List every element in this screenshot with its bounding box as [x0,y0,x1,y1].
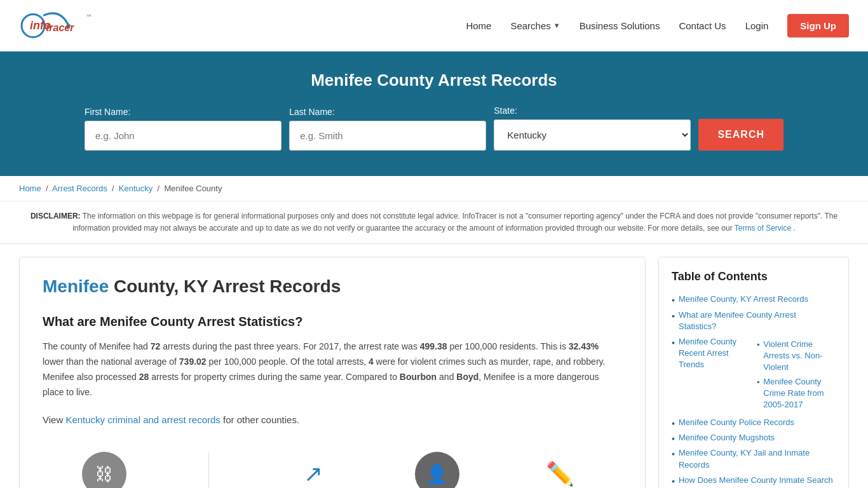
last-name-input[interactable] [289,121,486,151]
svg-text:™: ™ [86,13,92,20]
main-content: Menifee County, KY Arrest Records What a… [0,244,868,488]
breadcrumb-sep1: / [43,184,52,193]
breadcrumb-sep2: / [109,184,118,193]
disclaimer-label: DISCLAIMER: [31,212,81,220]
national-avg: 739.02 [179,356,207,367]
toc-link-6[interactable]: How Does Menifee County Inmate Search Wo… [679,475,836,488]
nav-business-solutions[interactable]: Business Solutions [580,20,660,31]
toc-item-1: What are Menifee County Arrest Statistic… [672,309,836,332]
search-button[interactable]: SEARCH [698,119,783,151]
breadcrumb-arrest-records[interactable]: Arrest Records [52,184,107,193]
property-count: 28 [139,372,149,382]
breadcrumb-home[interactable]: Home [19,184,41,193]
nav-searches[interactable]: Searches [510,20,550,31]
searches-chevron-icon: ▼ [553,22,560,29]
article-h2: What are Menifee County Arrest Statistic… [43,315,622,329]
toc-sub-link-2-1[interactable]: Menifee County Crime Rate from 2005-2017 [763,376,836,411]
toc-link-5[interactable]: Menifee County, KY Jail and Inmate Recor… [679,447,836,470]
toc-link-3[interactable]: Menifee County Police Records [679,417,794,428]
hero-title: Menifee County Arrest Records [25,71,843,90]
toc-link-0[interactable]: Menifee County, KY Arrest Records [679,294,808,305]
person-icon: 👤 [415,452,459,488]
sidebar-toc: Table of Contents Menifee County, KY Arr… [658,257,849,488]
icons-row: ⛓ ↗ 👤 ✏️ [43,439,622,488]
view-link-paragraph: View Kentucky criminal and arrest record… [43,412,622,428]
icon-person: 👤 [412,452,463,488]
logo-area: info tracer ™ [19,6,102,44]
toc-item-0: Menifee County, KY Arrest Records [672,294,836,305]
icon-handcuffs: ⛓ [79,452,130,488]
pencil-icon: ✏️ [538,452,583,488]
view-suffix: for other counties. [220,414,299,425]
divider1 [208,452,209,488]
disclaimer-text: The information on this webpage is for g… [72,212,837,233]
state-label: State: [494,105,517,116]
first-name-input[interactable] [85,121,281,151]
signup-button[interactable]: Sign Up [787,14,849,37]
state-group: State: Kentucky Alabama Alaska Arizona C… [494,105,691,151]
breadcrumb-sep3: / [155,184,164,193]
article-title-rest: County, KY Arrest Records [109,276,341,296]
article: Menifee County, KY Arrest Records What a… [19,257,646,488]
disclaimer-end: . [794,224,796,233]
arrests-count: 72 [151,341,161,351]
arrow-up-icon: ↗ [291,452,336,488]
toc-item-5: Menifee County, KY Jail and Inmate Recor… [672,447,836,470]
breadcrumb: Home / Arrest Records / Kentucky / Menif… [0,176,868,201]
site-header: info tracer ™ Home Searches ▼ Business S… [0,0,868,51]
toc-link-2[interactable]: Menifee County Recent Arrest Trends [679,336,743,371]
article-title: Menifee County, KY Arrest Records [43,276,622,297]
terms-of-service-link[interactable]: Terms of Service [735,224,791,233]
icon-pencil: ✏️ [535,452,586,488]
hero-section: Menifee County Arrest Records First Name… [0,51,868,176]
nav-login[interactable]: Login [745,20,769,31]
toc-sublist-2: Violent Crime Arrests vs. Non-Violent Me… [757,339,836,413]
svg-text:tracer: tracer [46,22,74,33]
nav-contact-us[interactable]: Contact Us [679,20,726,31]
article-title-highlight: Menifee [43,276,109,296]
toc-title: Table of Contents [672,270,836,283]
toc-sub-item-2-1: Menifee County Crime Rate from 2005-2017 [757,376,836,411]
breadcrumb-menifee: Menifee County [164,184,222,193]
toc-item-4: Menifee County Mugshots [672,432,836,444]
nav-home[interactable]: Home [466,20,491,31]
violent-count: 4 [369,356,374,367]
toc-link-4[interactable]: Menifee County Mugshots [679,432,775,444]
first-name-label: First Name: [85,107,130,117]
main-nav: Home Searches ▼ Business Solutions Conta… [466,14,849,37]
handcuffs-icon: ⛓ [82,452,126,488]
compare1: Bourbon [400,372,437,382]
breadcrumb-kentucky[interactable]: Kentucky [119,184,153,193]
toc-item-3: Menifee County Police Records [672,417,836,428]
toc-item-6: How Does Menifee County Inmate Search Wo… [672,475,836,488]
toc-link-1[interactable]: What are Menifee County Arrest Statistic… [679,309,836,332]
disclaimer-bar: DISCLAIMER: The information on this webp… [0,201,868,244]
article-paragraph: The county of Menifee had 72 arrests dur… [43,339,622,400]
last-name-label: Last Name: [289,107,335,117]
toc-container: Table of Contents Menifee County, KY Arr… [658,257,849,488]
search-form: First Name: Last Name: State: Kentucky A… [85,105,783,151]
toc-sub-link-2-0[interactable]: Violent Crime Arrests vs. Non-Violent [763,339,836,374]
state-select[interactable]: Kentucky Alabama Alaska Arizona Californ… [494,119,691,151]
toc-item-2: Menifee County Recent Arrest Trends Viol… [672,336,836,413]
view-text: View [43,414,65,425]
arrest-rate: 499.38 [420,341,447,351]
logo-svg: info tracer ™ [19,6,102,44]
toc-list: Menifee County, KY Arrest Records What a… [672,294,836,488]
first-name-group: First Name: [85,107,281,151]
lower-pct: 32.43% [569,341,599,351]
nav-searches-wrapper[interactable]: Searches ▼ [510,20,560,31]
kentucky-records-link[interactable]: Kentucky criminal and arrest records [65,414,220,425]
toc-sub-item-2-0: Violent Crime Arrests vs. Non-Violent [757,339,836,374]
icon-arrow-up: ↗ [288,452,339,488]
compare2: Boyd [456,372,478,382]
last-name-group: Last Name: [289,107,486,151]
